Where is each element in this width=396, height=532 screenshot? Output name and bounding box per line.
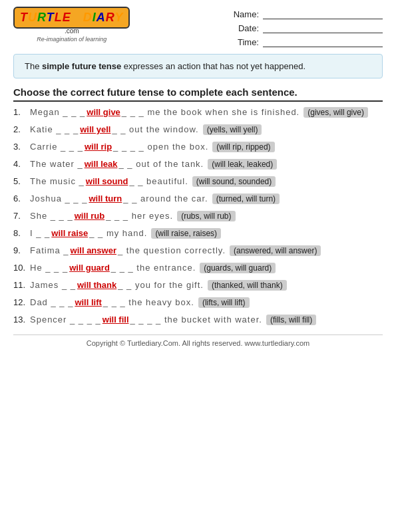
question-text: Spencer _ _ _ _ will fill _ _ _ _ the bu… bbox=[30, 315, 316, 325]
answer-text: will leak bbox=[85, 159, 118, 169]
options-badge: (will raise, raises) bbox=[151, 228, 221, 239]
info-prefix: The bbox=[25, 61, 42, 71]
blank-after: _ _ _ _ open the box. bbox=[113, 142, 208, 152]
answer-text: will answer bbox=[71, 245, 116, 255]
date-row: Date: bbox=[232, 23, 383, 33]
blank-before: Dad _ _ _ bbox=[30, 297, 73, 307]
options-badge: (turned, will turn) bbox=[212, 194, 280, 204]
time-label: Time: bbox=[232, 37, 259, 47]
name-row: Name: bbox=[232, 9, 383, 19]
questions-list: 1. Megan _ _ _ will give _ _ _ me the bo… bbox=[13, 107, 383, 325]
header: TURTLE DIARY .com Re-imagination of lear… bbox=[13, 7, 383, 47]
list-item: 4. The water _ will leak _ _ out of the … bbox=[13, 159, 383, 170]
blank-after: _ the question correctly. bbox=[118, 245, 226, 255]
question-number: 1. bbox=[13, 107, 28, 117]
logo-area: TURTLE DIARY .com Re-imagination of lear… bbox=[13, 7, 130, 43]
list-item: 10. He _ _ _ will guard _ _ _ the entran… bbox=[13, 263, 383, 273]
blank-before: I _ _ bbox=[30, 228, 50, 238]
name-line bbox=[263, 10, 383, 19]
options-badge: (yells, will yell) bbox=[203, 124, 262, 135]
question-number: 8. bbox=[13, 228, 28, 238]
question-number: 6. bbox=[13, 194, 28, 203]
question-number: 12. bbox=[13, 297, 28, 307]
blank-before: Spencer _ _ _ _ bbox=[30, 315, 101, 325]
question-number: 9. bbox=[13, 245, 28, 255]
logo-com: .com bbox=[65, 27, 79, 35]
blank-before: Carrie _ _ _ bbox=[30, 142, 83, 152]
name-area: Name: Date: Time: bbox=[232, 7, 383, 47]
blank-before: The water _ bbox=[30, 159, 83, 169]
question-number: 2. bbox=[13, 124, 28, 134]
list-item: 1. Megan _ _ _ will give _ _ _ me the bo… bbox=[13, 107, 383, 118]
options-badge: (lifts, will lift) bbox=[198, 297, 250, 308]
logo-tagline: Re-imagination of learning bbox=[37, 36, 106, 43]
blank-after: _ _ you for the gift. bbox=[118, 280, 204, 290]
options-badge: (fills, will fill) bbox=[266, 315, 316, 325]
date-label: Date: bbox=[232, 23, 259, 33]
blank-after: _ _ my hand. bbox=[89, 228, 147, 238]
answer-text: will sound bbox=[86, 176, 128, 186]
blank-before: Katie _ _ _ bbox=[30, 124, 79, 134]
blank-before: He _ _ _ bbox=[30, 263, 68, 273]
list-item: 13. Spencer _ _ _ _ will fill _ _ _ _ th… bbox=[13, 315, 383, 325]
options-badge: (will rip, ripped) bbox=[212, 142, 274, 152]
options-badge: (guards, will guard) bbox=[200, 263, 276, 273]
list-item: 2. Katie _ _ _ will yell _ _ out the win… bbox=[13, 124, 383, 135]
blank-before: The music _ bbox=[30, 176, 85, 186]
question-number: 10. bbox=[13, 263, 28, 273]
time-row: Time: bbox=[232, 37, 383, 47]
answer-text: will turn bbox=[89, 194, 122, 203]
question-text: Katie _ _ _ will yell _ _ out the window… bbox=[30, 124, 262, 135]
question-text: Joshua _ _ _ will turn _ _ around the ca… bbox=[30, 194, 280, 204]
blank-before: Fatima _ bbox=[30, 245, 69, 255]
list-item: 5. The music _ will sound _ _ beautiful.… bbox=[13, 176, 383, 187]
date-line bbox=[263, 24, 383, 33]
blank-after: _ _ out of the tank. bbox=[119, 159, 204, 169]
name-label: Name: bbox=[232, 9, 259, 19]
answer-text: will give bbox=[87, 107, 120, 117]
time-line bbox=[263, 38, 383, 47]
blank-before: James _ _ bbox=[30, 280, 76, 290]
question-text: He _ _ _ will guard _ _ _ the entrance. … bbox=[30, 263, 276, 273]
blank-after: _ _ _ her eyes. bbox=[106, 211, 173, 221]
info-suffix: expresses an action that has not yet hap… bbox=[121, 61, 305, 71]
footer: Copyright © Turtlediary.Com. All rights … bbox=[13, 334, 383, 347]
options-badge: (will leak, leaked) bbox=[208, 159, 277, 170]
question-number: 13. bbox=[13, 315, 28, 325]
options-badge: (gives, will give) bbox=[303, 107, 368, 118]
answer-text: will guard bbox=[69, 263, 110, 273]
answer-text: will fill bbox=[102, 315, 129, 325]
answer-text: will thank bbox=[77, 280, 116, 290]
options-badge: (answered, will answer) bbox=[230, 245, 321, 256]
list-item: 9. Fatima _ will answer _ the question c… bbox=[13, 245, 383, 256]
list-item: 11. James _ _ will thank _ _ you for the… bbox=[13, 280, 383, 291]
instructions: Choose the correct future tense to compl… bbox=[13, 86, 383, 102]
answer-text: will rip bbox=[85, 142, 112, 152]
blank-before: Megan _ _ _ bbox=[30, 107, 85, 117]
blank-before: Joshua _ _ _ bbox=[30, 194, 87, 203]
blank-after: _ _ _ me the book when she is finished. bbox=[122, 107, 299, 117]
question-text: The water _ will leak _ _ out of the tan… bbox=[30, 159, 277, 170]
blank-after: _ _ _ _ the bucket with water. bbox=[130, 315, 262, 325]
answer-text: will lift bbox=[75, 297, 101, 307]
logo-box: TURTLE DIARY bbox=[13, 7, 130, 29]
list-item: 3. Carrie _ _ _ will rip _ _ _ _ open th… bbox=[13, 142, 383, 152]
blank-after: _ _ beautiful. bbox=[129, 176, 188, 186]
info-box: The simple future tense expresses an act… bbox=[13, 54, 383, 78]
options-badge: (rubs, will rub) bbox=[177, 211, 235, 221]
answer-text: will raise bbox=[51, 228, 88, 238]
blank-before: She _ _ _ bbox=[30, 211, 73, 221]
question-text: The music _ will sound _ _ beautiful. (w… bbox=[30, 176, 276, 187]
blank-after: _ _ out the window. bbox=[112, 124, 198, 134]
options-badge: (thanked, will thank) bbox=[208, 280, 287, 291]
question-text: Megan _ _ _ will give _ _ _ me the book … bbox=[30, 107, 368, 118]
question-number: 7. bbox=[13, 211, 28, 221]
question-number: 11. bbox=[13, 280, 28, 290]
question-text: James _ _ will thank _ _ you for the gif… bbox=[30, 280, 287, 291]
blank-after: _ _ around the car. bbox=[123, 194, 208, 203]
list-item: 12. Dad _ _ _ will lift _ _ _ the heavy … bbox=[13, 297, 383, 308]
question-text: Dad _ _ _ will lift _ _ _ the heavy box.… bbox=[30, 297, 250, 308]
answer-text: will rub bbox=[75, 211, 105, 221]
blank-after: _ _ _ the heavy box. bbox=[103, 297, 194, 307]
question-text: She _ _ _ will rub _ _ _ her eyes. (rubs… bbox=[30, 211, 236, 221]
